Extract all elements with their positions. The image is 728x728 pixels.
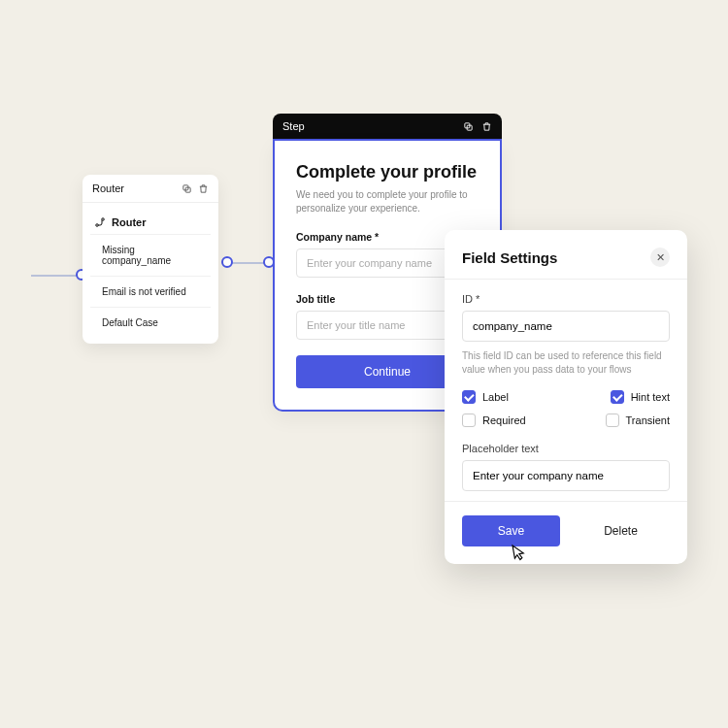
trash-icon[interactable]	[198, 183, 209, 194]
copy-icon[interactable]	[182, 183, 192, 194]
checkbox-transient[interactable]: Transient	[606, 414, 670, 427]
placeholder-label: Placeholder text	[462, 443, 670, 454]
checkbox-required[interactable]: Required	[462, 414, 526, 427]
checkbox-icon	[462, 390, 476, 404]
id-label: ID *	[462, 293, 670, 305]
router-section-label: Router	[112, 216, 146, 228]
close-icon[interactable]: ✕	[650, 248, 670, 267]
router-item[interactable]: Missing company_name	[90, 234, 211, 276]
field-settings-modal: Field Settings ✕ ID * This field ID can …	[445, 230, 687, 564]
checkbox-text: Hint text	[631, 391, 670, 403]
id-input[interactable]	[462, 311, 670, 342]
router-item[interactable]: Default Case	[90, 307, 211, 338]
delete-button[interactable]: Delete	[572, 515, 670, 546]
id-hint: This field ID can be used to reference t…	[462, 349, 670, 377]
svg-point-3	[102, 218, 105, 221]
checkbox-icon	[462, 414, 476, 427]
route-icon	[94, 216, 106, 228]
copy-icon[interactable]	[463, 121, 474, 132]
modal-title: Field Settings	[462, 249, 557, 266]
router-item[interactable]: Email is not verified	[90, 276, 211, 307]
checkbox-icon	[606, 414, 619, 427]
checkbox-icon	[611, 390, 624, 404]
connector-wire	[31, 275, 80, 277]
router-header: Router	[83, 175, 218, 203]
step-title: Complete your profile	[296, 162, 479, 182]
checkbox-label[interactable]: Label	[462, 390, 509, 404]
connector-wire	[230, 262, 267, 264]
router-header-label: Router	[92, 182, 124, 194]
step-subtitle: We need you to complete your profile to …	[296, 188, 470, 215]
router-out-port[interactable]	[221, 256, 233, 268]
step-header-label: Step	[282, 120, 305, 132]
router-node[interactable]: Router Router Missing company_name Email…	[83, 175, 218, 344]
checkbox-text: Label	[482, 391, 509, 403]
checkbox-text: Required	[482, 414, 526, 426]
trash-icon[interactable]	[481, 121, 492, 132]
checkbox-text: Transient	[626, 414, 670, 426]
checkbox-hint[interactable]: Hint text	[611, 390, 670, 404]
save-button[interactable]: Save	[462, 515, 560, 546]
step-header: Step	[273, 114, 502, 139]
router-section-title: Router	[83, 209, 218, 234]
placeholder-input[interactable]	[462, 460, 670, 491]
svg-point-2	[96, 224, 99, 227]
